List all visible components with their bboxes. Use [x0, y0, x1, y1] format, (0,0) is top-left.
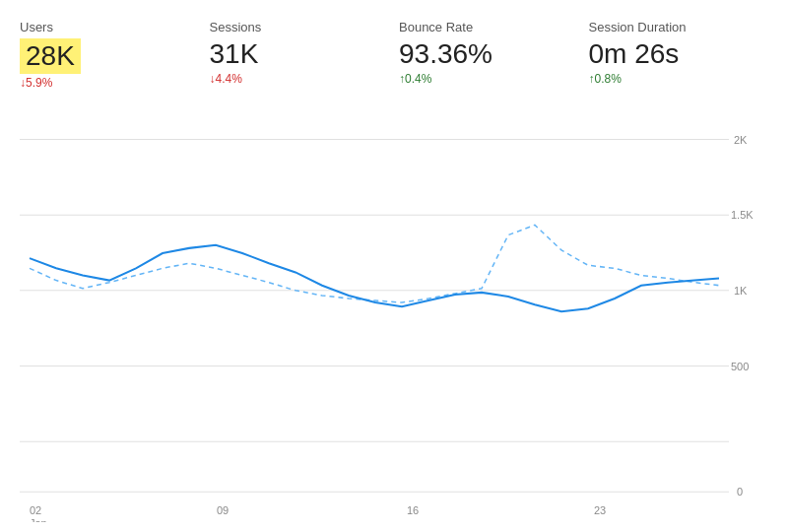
metric-bounce-rate: Bounce Rate 93.36% ↑0.4%	[389, 20, 579, 100]
sessions-label: Sessions	[210, 20, 380, 34]
y-label-500: 500	[731, 360, 749, 371]
users-label: Users	[20, 20, 190, 34]
chart-line-current	[30, 245, 719, 311]
metric-users: Users 28K ↓5.9%	[20, 20, 200, 100]
x-label-23: 23	[594, 504, 606, 516]
x-label-09: 09	[217, 504, 229, 516]
chart-svg: 2K 1.5K 1K 500 0 02 Jan 09 16 23	[20, 119, 768, 522]
session-duration-change: ↑0.8%	[589, 72, 759, 86]
metrics-row: Users 28K ↓5.9% Sessions 31K ↓4.4% Bounc…	[20, 20, 768, 100]
x-sublabel-jan: Jan	[30, 517, 47, 522]
sessions-value: 31K	[210, 38, 380, 70]
x-label-16: 16	[407, 504, 419, 516]
y-label-0: 0	[737, 486, 743, 498]
session-duration-label: Session Duration	[589, 20, 759, 34]
sessions-change: ↓4.4%	[210, 72, 380, 86]
metric-sessions: Sessions 31K ↓4.4%	[200, 20, 390, 100]
users-value: 28K	[20, 38, 81, 74]
y-label-1-5k: 1.5K	[731, 209, 754, 221]
dashboard-container: Users 28K ↓5.9% Sessions 31K ↓4.4% Bounc…	[0, 0, 788, 532]
y-label-1k: 1K	[734, 285, 748, 297]
metric-session-duration: Session Duration 0m 26s ↑0.8%	[579, 20, 769, 100]
users-change: ↓5.9%	[20, 76, 190, 90]
bounce-rate-label: Bounce Rate	[399, 20, 569, 34]
y-label-2k: 2K	[734, 133, 748, 145]
bounce-rate-change: ↑0.4%	[399, 72, 569, 86]
session-duration-value: 0m 26s	[589, 38, 759, 70]
x-label-02: 02	[30, 504, 41, 516]
bounce-rate-value: 93.36%	[399, 38, 569, 70]
chart-area: 2K 1.5K 1K 500 0 02 Jan 09 16 23	[20, 119, 768, 522]
